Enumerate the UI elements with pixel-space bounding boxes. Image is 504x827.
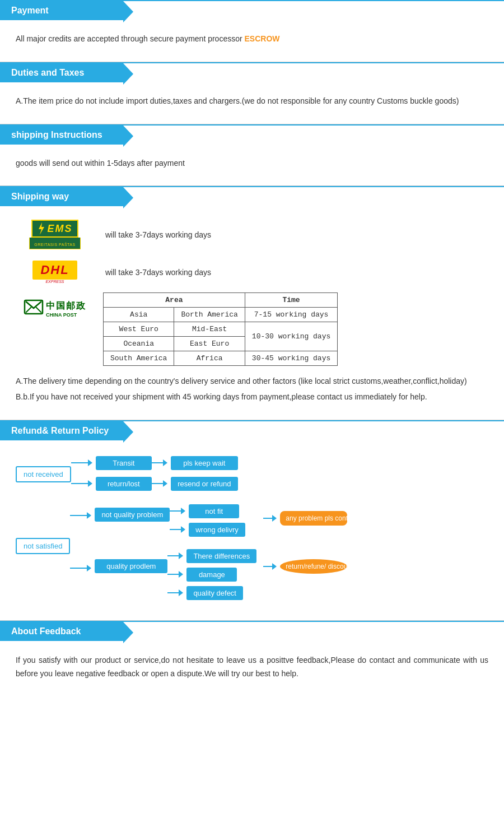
table-cell-south-america: South America — [104, 351, 174, 366]
return-refune-discount-box: return/refune/ discount — [280, 559, 347, 574]
damage-box: damage — [186, 568, 237, 582]
ems-description: will take 3-7days working days — [105, 230, 211, 239]
nf-line — [170, 510, 181, 512]
branch-line-2 — [71, 480, 96, 487]
chinapost-text-block: 中国邮政 CHINA POST — [46, 300, 86, 318]
arrow-2 — [163, 459, 171, 466]
chinapost-chinese: 中国邮政 — [46, 300, 86, 312]
transit-box: Transit — [96, 456, 152, 470]
rr-arrow — [272, 563, 280, 570]
dhl-text: DHL — [40, 263, 69, 277]
duties-header: Duties and Taxes — [0, 63, 123, 82]
shipping-note-a: A.The delivery time depending on the cou… — [16, 375, 488, 388]
nq-arrow — [87, 512, 95, 519]
qp-arrow — [87, 565, 95, 572]
h-line-4 — [152, 483, 163, 484]
shipping-way-header: Shipping way — [0, 187, 123, 206]
table-row: Asia Borth America 7-15 working days — [104, 308, 338, 322]
table-header-area: Area — [104, 293, 245, 308]
ap-line — [263, 518, 272, 519]
table-cell-mid-east: Mid-East — [174, 322, 245, 337]
not-received-col: not received — [16, 466, 71, 482]
chinapost-english: CHINA POST — [46, 312, 86, 318]
wd-line — [170, 529, 181, 530]
return-arrow — [152, 480, 171, 487]
shipping-time-table: Area Time Asia Borth America 7-15 workin… — [103, 292, 338, 366]
any-problem-row: any problem pls contact me — [263, 511, 347, 526]
svg-marker-0 — [39, 222, 44, 235]
quality-prodlem-box: quality prodlem — [95, 559, 167, 573]
shipping-note-b: B.b.If you have not received your shipme… — [16, 391, 488, 404]
there-diff-row: There differences — [167, 549, 256, 563]
not-quality-problem-box: not quality problem — [95, 508, 170, 522]
ems-bolt-icon — [37, 222, 45, 235]
duties-section: Duties and Taxes A.The item price do not… — [0, 62, 504, 124]
table-header-time: Time — [245, 293, 337, 308]
refund-header: Refund& Return Policy — [0, 421, 123, 440]
shipping-instructions-header: shipping Instructions — [0, 126, 123, 145]
table-row: South America Africa 30-45 working days — [104, 351, 338, 366]
refund-flow-diagram: not received Transit — [0, 446, 504, 610]
resend-refund-box: resend or refund — [171, 477, 238, 491]
duties-content: A.The item price do not include import d… — [0, 88, 504, 114]
quality-problem-branch: quality prodlem There differences damage — [70, 547, 256, 600]
feedback-section: About Feedback If you satisfy with our p… — [0, 621, 504, 702]
not-received-branches: Transit pls keep wait return/lost — [71, 456, 238, 491]
wrong-delivry-box: wrong delivry — [189, 523, 245, 537]
table-cell-borth-america: Borth America — [174, 308, 245, 322]
nq-connector — [70, 512, 95, 519]
arrow-3 — [88, 480, 96, 487]
qp-line — [70, 568, 87, 569]
escrow-highlight: ESCROW — [245, 34, 280, 43]
td-line — [167, 555, 179, 556]
arrow-4 — [163, 480, 171, 487]
dhl-logo: DHL EXPRESS — [32, 261, 77, 284]
pls-keep-wait-box: pls keep wait — [171, 456, 238, 470]
not-received-group: not received Transit — [16, 456, 488, 491]
return-lost-box: return/lost — [96, 477, 152, 491]
transit-arrow — [152, 459, 171, 466]
wd-arrow — [181, 526, 189, 533]
rr-line — [263, 566, 272, 567]
dhl-logo-inner: DHL — [32, 261, 77, 280]
return-refune-row: return/refune/ discount — [263, 559, 347, 574]
td-arrow — [179, 552, 186, 559]
not-fit-box: not fit — [189, 504, 239, 518]
transit-branch: Transit pls keep wait — [71, 456, 238, 470]
dhl-logo-box: DHL EXPRESS — [16, 261, 94, 284]
not-satisfied-group: not satisfied not quality problem — [16, 504, 488, 600]
chinapost-logo-box: 中国邮政 CHINA POST — [16, 292, 94, 320]
chinapost-symbol — [24, 297, 44, 320]
feedback-content: If you satisfy with our product or servi… — [0, 647, 504, 692]
table-cell-africa: Africa — [174, 351, 245, 366]
branch-connector-1 — [71, 459, 96, 466]
qd-arrow — [179, 589, 186, 596]
not-fit-row: not fit — [170, 504, 245, 518]
dmg-arrow — [179, 571, 186, 578]
table-cell-time-3: 30-45 working days — [245, 351, 337, 366]
shipping-instructions-section: shipping Instructions goods will send ou… — [0, 124, 504, 186]
ems-logo-inner: EMS — [31, 220, 78, 238]
qp-connector — [70, 565, 95, 572]
ems-sub: GREITASIS PAŠTAS — [29, 238, 80, 249]
branch-line-1 — [71, 459, 96, 466]
chinapost-icon — [24, 297, 44, 317]
not-received-box: not received — [16, 466, 71, 482]
not-satisfied-col: not satisfied — [16, 538, 70, 554]
table-cell-asia: Asia — [104, 308, 174, 322]
shipping-way-section: Shipping way EMS GREITASIS PAŠTAS will t… — [0, 186, 504, 420]
feedback-header: About Feedback — [0, 622, 123, 641]
chinapost-logo: 中国邮政 CHINA POST — [24, 297, 86, 320]
dhl-row: DHL EXPRESS will take 3-7days working da… — [0, 258, 504, 286]
ems-logo-box: EMS GREITASIS PAŠTAS — [16, 220, 94, 249]
damage-row: damage — [167, 568, 256, 582]
payment-section: Payment All major credits are accepted t… — [0, 0, 504, 62]
wrong-delivry-row: wrong delivry — [170, 523, 245, 537]
h-line-1 — [71, 462, 88, 463]
table-cell-oceania: Oceania — [104, 337, 174, 351]
h-line-3 — [71, 483, 88, 484]
any-problem-box: any problem pls contact me — [280, 511, 347, 526]
shipping-instructions-text: goods will send out within 1-5days after… — [16, 159, 185, 168]
ems-logo: EMS GREITASIS PAŠTAS — [29, 220, 80, 249]
return-branch: return/lost resend or refund — [71, 477, 238, 491]
